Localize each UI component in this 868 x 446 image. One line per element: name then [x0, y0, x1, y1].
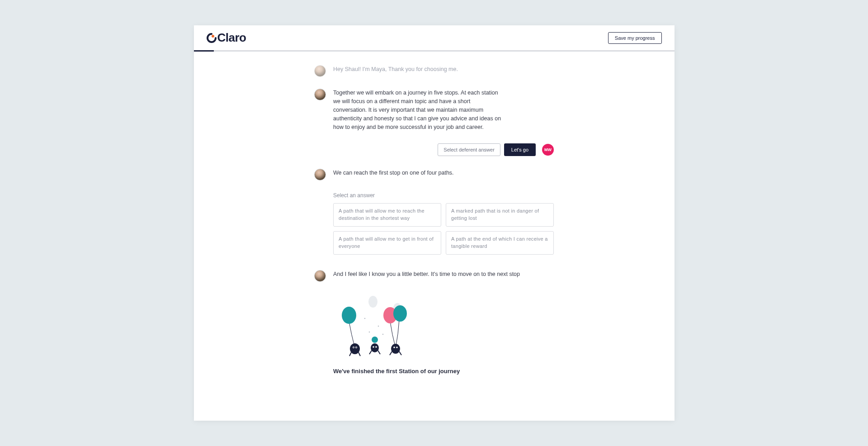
svg-point-13: [353, 347, 354, 348]
celebration-illustration: We've finished the first Station of our …: [333, 294, 554, 375]
paths-intro-text: We can reach the first stop on one of fo…: [333, 169, 554, 180]
message-row-greeting: Hey Shaul! I'm Maya, Thank you for choos…: [314, 65, 554, 77]
greeting-text: Hey Shaul! I'm Maya, Thank you for choos…: [333, 65, 554, 77]
answer-prompt: Select an answer A path that will allow …: [333, 192, 554, 255]
select-different-button[interactable]: Select deferent answer: [438, 143, 500, 156]
station-finished-text: We've finished the first Station of our …: [333, 368, 554, 375]
logo-icon: [207, 33, 217, 43]
answer-option[interactable]: A marked path that is not in danger of g…: [446, 203, 554, 227]
svg-point-0: [212, 35, 214, 38]
answer-option[interactable]: A path that will allow me to get in fron…: [333, 231, 441, 255]
svg-point-21: [396, 346, 398, 348]
header: Claro Save my progress: [194, 25, 675, 50]
svg-point-6: [364, 318, 366, 319]
brand-logo: Claro: [207, 31, 246, 45]
intro-text: Together we will embark on a journey in …: [333, 89, 505, 132]
progress-fill: [194, 50, 214, 52]
maya-avatar: [314, 89, 326, 100]
svg-point-8: [382, 333, 384, 335]
svg-point-20: [393, 346, 395, 348]
balloons-icon: [333, 294, 424, 361]
message-row-intro: Together we will embark on a journey in …: [314, 89, 554, 132]
closing-text: And I feel like I know you a little bett…: [333, 270, 554, 282]
svg-point-15: [372, 337, 378, 343]
svg-point-19: [391, 344, 400, 354]
svg-point-5: [393, 305, 407, 322]
maya-avatar: [314, 270, 326, 282]
svg-point-16: [371, 343, 379, 352]
progress-bar: [194, 50, 675, 52]
svg-point-1: [368, 296, 377, 308]
brand-name: Claro: [217, 31, 246, 45]
select-answer-label: Select an answer: [333, 192, 554, 199]
svg-point-14: [356, 347, 357, 348]
answer-options: A path that will allow me to reach the d…: [333, 203, 554, 255]
svg-point-17: [373, 346, 374, 348]
message-row-closing: And I feel like I know you a little bett…: [314, 270, 554, 282]
save-progress-button[interactable]: Save my progress: [608, 32, 662, 44]
maya-avatar: [314, 169, 326, 180]
answer-option[interactable]: A path that will allow me to reach the d…: [333, 203, 441, 227]
maya-avatar: [314, 65, 326, 77]
svg-point-7: [378, 325, 379, 327]
svg-point-3: [342, 307, 356, 324]
user-avatar-badge: MW: [542, 144, 554, 156]
app-window: Claro Save my progress Hey Shaul! I'm Ma…: [194, 25, 675, 421]
answer-option[interactable]: A path at the end of which I can receive…: [446, 231, 554, 255]
svg-point-9: [369, 331, 370, 332]
lets-go-button[interactable]: Let's go: [504, 143, 536, 156]
message-row-paths: We can reach the first stop on one of fo…: [314, 169, 554, 180]
svg-point-18: [375, 346, 377, 348]
intro-actions: Select deferent answer Let's go MW: [314, 143, 554, 156]
chat-content: Hey Shaul! I'm Maya, Thank you for choos…: [194, 52, 675, 421]
